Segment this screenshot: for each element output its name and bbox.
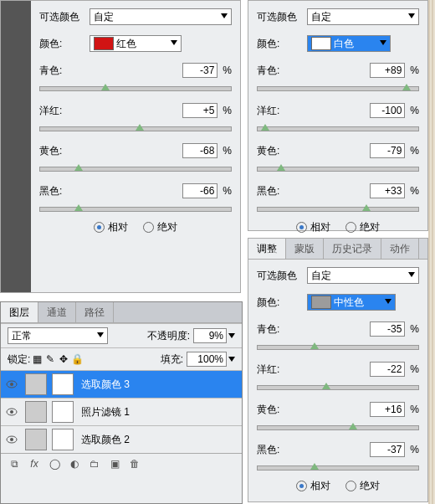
absolute-radio[interactable]: 绝对 [143,220,177,234]
slider-track[interactable] [257,86,419,91]
swatch-icon [94,37,114,50]
slider-handle[interactable] [310,342,319,349]
slider-track[interactable] [257,345,419,350]
slider-value[interactable] [370,402,405,417]
mask-icon[interactable]: ◯ [48,457,61,471]
slider-track[interactable] [257,385,419,390]
tab-adjust[interactable]: 调整 [248,239,286,259]
slider-value[interactable] [182,183,218,198]
new-layer-icon[interactable]: ▣ [108,457,121,471]
caret-icon [221,13,228,18]
trash-icon[interactable]: 🗑 [128,457,141,471]
mask-thumb [52,373,74,395]
blend-mode-dropdown[interactable]: 正常 [8,327,108,344]
slider-track[interactable] [39,86,232,91]
caret-icon [408,13,415,18]
lock-pixels-icon[interactable]: ✎ [44,352,57,366]
slider-handle[interactable] [261,124,269,131]
slider-value[interactable] [370,442,405,457]
lock-all-icon[interactable]: 🔒 [70,352,84,366]
swatch-icon [311,296,331,309]
preset-dropdown[interactable]: 自定 [90,8,232,25]
slider-track[interactable] [39,207,232,212]
percent-label: % [410,105,419,116]
slider-handle[interactable] [362,204,371,211]
slider-label: 青色: [257,322,307,337]
slider-value[interactable] [370,183,405,198]
percent-label: % [223,64,232,76]
slider-track[interactable] [257,207,419,212]
slider-handle[interactable] [402,84,411,90]
layer-row[interactable]: 选取颜色 3 [1,370,242,398]
slider-handle[interactable] [74,204,83,211]
visibility-icon[interactable] [4,377,19,392]
preset-dropdown[interactable]: 自定 [307,267,419,284]
slider-handle[interactable] [136,124,144,131]
relative-radio[interactable]: 相对 [296,220,330,234]
slider-track[interactable] [39,126,232,131]
layer-thumb [25,373,47,395]
slider-track[interactable] [257,425,419,430]
slider-handle[interactable] [101,84,110,90]
layer-thumb [25,429,47,450]
slider-value[interactable] [370,143,405,158]
relative-radio[interactable]: 相对 [94,220,128,234]
absolute-radio[interactable]: 绝对 [345,479,380,493]
slider-track[interactable] [257,167,419,172]
layer-row[interactable]: 选取颜色 2 [1,425,242,453]
color-dropdown[interactable]: 中性色 [307,294,396,311]
slider-value[interactable] [370,362,405,377]
slider-handle[interactable] [310,463,319,470]
slider-track[interactable] [39,167,232,172]
link-icon[interactable]: ⧉ [8,457,21,471]
tab-channels[interactable]: 通道 [38,302,76,322]
layer-name: 照片滤镜 1 [81,405,130,419]
layer-row[interactable]: 照片滤镜 1 [1,398,242,425]
absolute-radio[interactable]: 绝对 [345,220,380,234]
fill-input[interactable] [187,352,227,367]
slider-value[interactable] [182,63,218,78]
tab-paths[interactable]: 路径 [76,302,114,322]
tab-layers[interactable]: 图层 [1,302,38,322]
relative-radio[interactable]: 相对 [296,479,330,493]
slider-track[interactable] [257,465,419,471]
percent-label: % [410,363,419,375]
lock-position-icon[interactable]: ✥ [57,352,70,366]
slider-value[interactable] [370,103,405,118]
slider-handle[interactable] [277,164,285,171]
color-dropdown[interactable]: 红色 [90,35,182,52]
preset-label: 可选颜色 [257,269,307,283]
layer-name: 选取颜色 2 [81,433,130,447]
percent-label: % [410,64,419,76]
color-label: 颜色: [39,37,90,51]
slider-value[interactable] [182,143,218,158]
slider-value[interactable] [370,321,405,337]
slider-handle[interactable] [74,164,83,171]
mask-thumb [52,429,74,450]
caret-icon[interactable] [228,357,235,362]
layers-panel: 图层 通道 路径 正常 不透明度: 锁定: ▦ ✎ ✥ 🔒 填充: 选取颜色 3… [0,301,243,504]
opacity-label: 不透明度: [147,329,190,343]
percent-label: % [223,185,232,197]
visibility-icon[interactable] [4,432,19,447]
layer-thumb [25,401,47,423]
opacity-input[interactable] [193,328,227,343]
slider-label: 洋红: [257,104,307,118]
layers-toolbar: ⧉ fx ◯ ◐ 🗀 ▣ 🗑 [1,453,242,474]
folder-icon[interactable]: 🗀 [88,457,101,471]
fx-icon[interactable]: fx [28,457,41,471]
preset-dropdown[interactable]: 自定 [307,8,419,25]
tab-actions[interactable]: 动作 [381,239,419,259]
tab-mask[interactable]: 蒙版 [286,239,324,259]
slider-value[interactable] [370,63,405,78]
tab-history[interactable]: 历史记录 [324,239,381,259]
lock-transparent-icon[interactable]: ▦ [30,352,44,366]
slider-handle[interactable] [322,383,330,389]
visibility-icon[interactable] [4,404,19,419]
color-dropdown[interactable]: 白色 [307,35,391,52]
slider-value[interactable] [182,103,218,118]
adjustment-icon[interactable]: ◐ [68,457,81,471]
slider-handle[interactable] [349,423,357,429]
slider-track[interactable] [257,126,419,131]
caret-icon[interactable] [228,333,235,338]
